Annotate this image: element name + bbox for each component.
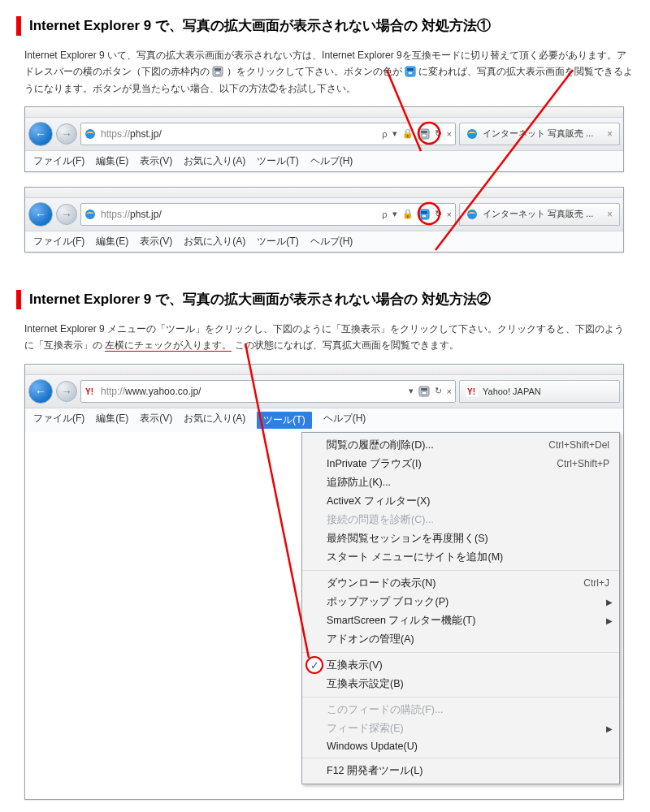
menu-view[interactable]: 表示(V) bbox=[140, 412, 172, 429]
menu-tools[interactable]: ツール(T) bbox=[257, 235, 298, 248]
lock-icon: 🔒 bbox=[402, 128, 414, 139]
menu-tools[interactable]: ツール(T) bbox=[257, 154, 298, 168]
browser-tab[interactable]: Y! Yahoo! JAPAN bbox=[459, 380, 620, 403]
forward-button[interactable]: → bbox=[56, 123, 77, 145]
drop-activex[interactable]: ActiveX フィルター(X) bbox=[302, 492, 619, 511]
drop-addons[interactable]: アドオンの管理(A) bbox=[302, 630, 619, 649]
compat-icon-off-inline bbox=[212, 66, 223, 77]
dropdown-icon[interactable]: ▾ bbox=[392, 128, 397, 139]
menu-bar: ファイル(F) 編集(E) 表示(V) お気に入り(A) ツール(T) ヘルプ(… bbox=[25, 408, 623, 432]
menu-help[interactable]: ヘルプ(H) bbox=[310, 235, 353, 248]
url-host: www.yahoo.co.jp/ bbox=[125, 386, 201, 397]
stop-icon[interactable]: × bbox=[447, 387, 452, 396]
menu-fav[interactable]: お気に入り(A) bbox=[184, 412, 245, 429]
menu-view[interactable]: 表示(V) bbox=[140, 154, 172, 168]
svg-rect-11 bbox=[421, 211, 427, 214]
section2-text-underlined: 左横にチェックが入ります。 bbox=[105, 339, 232, 352]
tab-close-icon[interactable]: × bbox=[607, 128, 613, 140]
drop-popup[interactable]: ポップアップ ブロック(P)▶ bbox=[302, 593, 619, 611]
section1-text: Internet Explorer 9 いて、写真の拡大表示画面が表示されない方… bbox=[24, 47, 634, 97]
arrow-left-icon: ← bbox=[35, 128, 46, 140]
menu-edit[interactable]: 編集(E) bbox=[96, 235, 128, 248]
tab-favicon-icon bbox=[466, 209, 478, 220]
address-field[interactable]: https://phst.jp/ ρ ▾ 🔒 ↻ × bbox=[80, 123, 456, 145]
drop-tracking[interactable]: 追跡防止(K)... bbox=[302, 473, 619, 492]
refresh-icon[interactable]: ↻ bbox=[435, 386, 442, 396]
refresh-icon[interactable]: ↻ bbox=[435, 209, 442, 219]
menu-tools-highlighted[interactable]: ツール(T) bbox=[257, 412, 311, 429]
refresh-icon[interactable]: ↻ bbox=[435, 128, 442, 139]
address-field[interactable]: Y! http://www.yahoo.co.jp/ ▾ ↻ × bbox=[80, 380, 456, 403]
menu-fav[interactable]: お気に入り(A) bbox=[184, 235, 245, 248]
drop-f12[interactable]: F12 開発者ツール(L) bbox=[302, 762, 619, 780]
svg-point-12 bbox=[467, 209, 477, 219]
menu-help[interactable]: ヘルプ(H) bbox=[323, 412, 366, 429]
back-button[interactable]: ← bbox=[28, 202, 53, 227]
browser-tab[interactable]: インターネット 写真販売 ... × bbox=[459, 123, 620, 145]
dropdown-icon[interactable]: ▾ bbox=[392, 209, 397, 219]
menu-view[interactable]: 表示(V) bbox=[140, 235, 172, 248]
arrow-right-icon: → bbox=[61, 209, 72, 220]
section1-text-b: ）をクリックして下さい。ボタンの色が bbox=[227, 66, 405, 77]
back-button[interactable]: ← bbox=[28, 122, 53, 146]
browser-tab[interactable]: インターネット 写真販売 ... × bbox=[459, 203, 620, 226]
window-titlebar bbox=[25, 107, 623, 118]
drop-diagnose: 接続の問題を診断(C)... bbox=[302, 511, 619, 529]
browser-viewport: 閲覧の履歴の削除(D)...Ctrl+Shift+Del InPrivate ブ… bbox=[25, 432, 623, 799]
menu-file[interactable]: ファイル(F) bbox=[33, 235, 84, 248]
menu-bar: ファイル(F) 編集(E) 表示(V) お気に入り(A) ツール(T) ヘルプ(… bbox=[25, 151, 623, 171]
arrow-left-icon: ← bbox=[35, 209, 46, 220]
svg-rect-3 bbox=[407, 68, 414, 71]
drop-windows-update[interactable]: Windows Update(U) bbox=[302, 738, 619, 754]
search-icon[interactable]: ρ bbox=[382, 209, 387, 219]
drop-downloads[interactable]: ダウンロードの表示(N)Ctrl+J bbox=[302, 574, 619, 593]
search-icon[interactable]: ρ bbox=[382, 129, 387, 139]
drop-inprivate[interactable]: InPrivate ブラウズ(I)Ctrl+Shift+P bbox=[302, 455, 619, 473]
drop-reopen-last[interactable]: 最終閲覧セッションを再度開く(S) bbox=[302, 529, 619, 548]
tab-favicon-icon bbox=[466, 128, 478, 140]
tab-label: インターネット 写真販売 ... bbox=[483, 208, 593, 220]
checkmark-icon: ✓ bbox=[306, 656, 323, 674]
url-text: https://phst.jp/ bbox=[101, 209, 377, 220]
forward-button[interactable]: → bbox=[56, 204, 77, 225]
svg-text:Y!: Y! bbox=[85, 387, 93, 396]
menu-help[interactable]: ヘルプ(H) bbox=[310, 154, 353, 168]
drop-feed-discover: フィード探索(E)▶ bbox=[302, 719, 619, 738]
address-bar-row: ← → https://phst.jp/ ρ ▾ 🔒 ↻ × bbox=[25, 198, 623, 231]
drop-smartscreen[interactable]: SmartScreen フィルター機能(T)▶ bbox=[302, 611, 619, 630]
drop-feed-sub: このフィードの購読(F)... bbox=[302, 701, 619, 719]
svg-text:Y!: Y! bbox=[467, 387, 475, 396]
drop-add-start[interactable]: スタート メニューにサイトを追加(M) bbox=[302, 548, 619, 567]
back-button[interactable]: ← bbox=[28, 379, 53, 404]
dropdown-icon[interactable]: ▾ bbox=[409, 386, 414, 396]
menu-edit[interactable]: 編集(E) bbox=[96, 412, 128, 429]
ie9-window-before: ← → https://phst.jp/ ρ ▾ 🔒 ↻ × bbox=[24, 106, 624, 172]
compat-view-button[interactable] bbox=[418, 386, 430, 397]
tab-close-icon[interactable]: × bbox=[607, 209, 613, 220]
tools-dropdown: 閲覧の履歴の削除(D)...Ctrl+Shift+Del InPrivate ブ… bbox=[301, 432, 620, 784]
tab-label: インターネット 写真販売 ... bbox=[483, 127, 593, 140]
drop-compat-view[interactable]: ✓ 互換表示(V) bbox=[302, 656, 619, 675]
svg-point-9 bbox=[85, 209, 95, 219]
svg-rect-6 bbox=[421, 131, 427, 133]
arrow-right-icon: → bbox=[61, 128, 72, 140]
compat-view-button-off[interactable] bbox=[418, 128, 430, 140]
menu-file[interactable]: ファイル(F) bbox=[33, 154, 84, 168]
svg-point-7 bbox=[467, 129, 477, 139]
compat-view-button-on[interactable] bbox=[418, 209, 430, 220]
drop-compat-settings[interactable]: 互換表示設定(B) bbox=[302, 675, 619, 693]
url-host: phst.jp/ bbox=[130, 209, 162, 220]
forward-button[interactable]: → bbox=[56, 381, 77, 402]
stop-icon[interactable]: × bbox=[447, 129, 452, 139]
address-field[interactable]: https://phst.jp/ ρ ▾ 🔒 ↻ × bbox=[80, 203, 456, 226]
submenu-caret-icon: ▶ bbox=[606, 598, 613, 607]
menu-edit[interactable]: 編集(E) bbox=[96, 154, 128, 168]
address-bar-row: ← → Y! http://www.yahoo.co.jp/ ▾ ↻ × Y! bbox=[25, 375, 623, 408]
section1-title: Internet Explorer 9 で、写真の拡大画面が表示されない場合の … bbox=[16, 16, 634, 36]
stop-icon[interactable]: × bbox=[447, 209, 452, 219]
window-titlebar bbox=[25, 188, 623, 198]
arrow-left-icon: ← bbox=[35, 386, 46, 397]
menu-file[interactable]: ファイル(F) bbox=[33, 412, 84, 429]
drop-delete-history[interactable]: 閲覧の履歴の削除(D)...Ctrl+Shift+Del bbox=[302, 436, 619, 455]
menu-fav[interactable]: お気に入り(A) bbox=[184, 154, 245, 168]
